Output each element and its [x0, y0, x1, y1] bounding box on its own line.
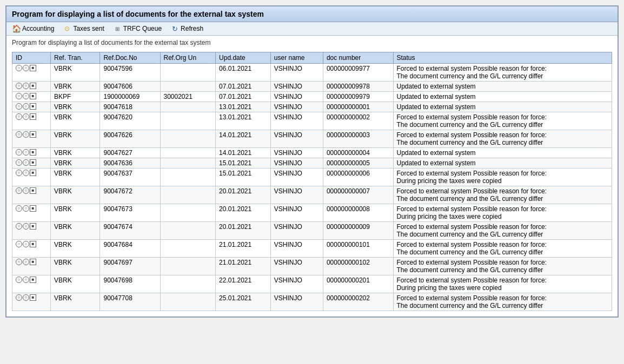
- title-bar: Program for displaying a list of documen…: [6, 6, 618, 22]
- circle-icon2[interactable]: ○: [23, 83, 29, 89]
- circle-icon2[interactable]: ○: [23, 149, 29, 156]
- square-icon[interactable]: ■: [30, 223, 36, 230]
- table-row[interactable]: ○○■VBRK9004767420.01.2021VSHINJO00000000…: [12, 222, 612, 240]
- cell-status: Updated to external system: [393, 102, 612, 112]
- circle-icon1[interactable]: ○: [16, 149, 22, 156]
- circle-icon2[interactable]: ○: [23, 205, 29, 212]
- circle-icon2[interactable]: ○: [23, 93, 29, 99]
- circle-icon2[interactable]: ○: [23, 113, 29, 120]
- circle-icon2[interactable]: ○: [23, 187, 29, 194]
- cell-upd-date: 14.01.2021: [216, 130, 271, 148]
- square-icon[interactable]: ■: [30, 113, 36, 120]
- cell-ref-doc-no: 90047708: [100, 293, 160, 311]
- square-icon[interactable]: ■: [30, 131, 36, 138]
- square-icon[interactable]: ■: [30, 103, 36, 110]
- table-row[interactable]: ○○■VBRK9004769721.01.2021VSHINJO00000000…: [12, 258, 612, 275]
- documents-table: ID Ref. Tran. Ref.Doc.No Ref.Org Un Upd.…: [12, 52, 612, 311]
- cell-ref-tran: VBRK: [51, 222, 100, 240]
- cell-ref-doc-no: 90047698: [100, 275, 160, 293]
- cell-ref-org-un: [160, 293, 216, 311]
- circle-icon2[interactable]: ○: [23, 294, 29, 301]
- cell-ref-org-un: [160, 168, 216, 186]
- circle-icon2[interactable]: ○: [23, 223, 29, 230]
- cell-ref-tran: VBRK: [51, 258, 100, 275]
- cell-status: Forced to external system Possible reaso…: [393, 186, 612, 204]
- table-row[interactable]: ○○■VBRK9004762714.01.2021VSHINJO00000000…: [12, 148, 612, 158]
- circle-icon1[interactable]: ○: [16, 187, 22, 194]
- cell-upd-date: 14.01.2021: [216, 148, 271, 158]
- circle-icon2[interactable]: ○: [23, 259, 29, 265]
- cell-upd-date: 21.01.2021: [216, 240, 271, 258]
- table-row[interactable]: ○○■VBRK9004761813.01.2021VSHINJO00000000…: [12, 102, 612, 112]
- cell-upd-date: 15.01.2021: [216, 168, 271, 186]
- cell-ref-doc-no: 90047684: [100, 240, 160, 258]
- circle-icon1[interactable]: ○: [16, 113, 22, 120]
- table-row[interactable]: ○○■VBRK9004768421.01.2021VSHINJO00000000…: [12, 240, 612, 258]
- table-row[interactable]: ○○■VBRK9004763615.01.2021VSHINJO00000000…: [12, 158, 612, 168]
- circle-icon1[interactable]: ○: [16, 170, 22, 176]
- cell-status: Updated to external system: [393, 148, 612, 158]
- square-icon[interactable]: ■: [30, 170, 36, 176]
- circle-icon2[interactable]: ○: [23, 131, 29, 138]
- circle-icon2[interactable]: ○: [23, 170, 29, 176]
- square-icon[interactable]: ■: [30, 205, 36, 212]
- table-row[interactable]: ○○■VBRK9004762614.01.2021VSHINJO00000000…: [12, 130, 612, 148]
- table-row[interactable]: ○○■VBRK9004767220.01.2021VSHINJO00000000…: [12, 186, 612, 204]
- circle-icon2[interactable]: ○: [23, 65, 29, 71]
- circle-icon1[interactable]: ○: [16, 205, 22, 212]
- circle-icon2[interactable]: ○: [23, 277, 29, 283]
- square-icon[interactable]: ■: [30, 93, 36, 99]
- cell-status: Forced to external system Possible reaso…: [393, 204, 612, 222]
- table-row[interactable]: ○○■VBRK9004770825.01.2021VSHINJO00000000…: [12, 293, 612, 311]
- table-row[interactable]: ○○■VBRK9004767320.01.2021VSHINJO00000000…: [12, 204, 612, 222]
- circle-icon1[interactable]: ○: [16, 223, 22, 230]
- cell-ref-doc-no: 1900000069: [100, 92, 160, 102]
- refresh-button[interactable]: ↻ Refresh: [170, 24, 203, 33]
- square-icon[interactable]: ■: [30, 259, 36, 265]
- circle-icon2[interactable]: ○: [23, 241, 29, 247]
- circle-icon1[interactable]: ○: [16, 93, 22, 99]
- cell-user-name: VSHINJO: [270, 130, 323, 148]
- cell-ref-org-un: [160, 112, 216, 130]
- circle-icon1[interactable]: ○: [16, 259, 22, 265]
- cell-doc-number: 000000000008: [323, 204, 393, 222]
- cell-doc-number: 000000000009: [323, 222, 393, 240]
- cell-user-name: VSHINJO: [270, 258, 323, 275]
- trfc-label: TRFC Queue: [123, 25, 162, 32]
- circle-icon1[interactable]: ○: [16, 65, 22, 71]
- square-icon[interactable]: ■: [30, 83, 36, 89]
- cell-upd-date: 20.01.2021: [216, 186, 271, 204]
- cell-user-name: VSHINJO: [270, 148, 323, 158]
- square-icon[interactable]: ■: [30, 65, 36, 71]
- circle-icon2[interactable]: ○: [23, 103, 29, 110]
- circle-icon1[interactable]: ○: [16, 294, 22, 301]
- square-icon[interactable]: ■: [30, 241, 36, 247]
- cell-ref-org-un: [160, 158, 216, 168]
- taxes-sent-button[interactable]: ⊙ Taxes sent: [63, 24, 104, 33]
- circle-icon2[interactable]: ○: [23, 159, 29, 166]
- square-icon[interactable]: ■: [30, 277, 36, 283]
- circle-icon1[interactable]: ○: [16, 103, 22, 110]
- col-user-name: user name: [270, 52, 323, 64]
- table-row[interactable]: ○○■VBRK9004759606.01.2021VSHINJO00000000…: [12, 64, 612, 82]
- circle-icon1[interactable]: ○: [16, 241, 22, 247]
- cell-ref-doc-no: 90047596: [100, 64, 160, 82]
- table-row[interactable]: ○○■VBRK9004763715.01.2021VSHINJO00000000…: [12, 168, 612, 186]
- square-icon[interactable]: ■: [30, 187, 36, 194]
- circle-icon1[interactable]: ○: [16, 277, 22, 283]
- square-icon[interactable]: ■: [30, 149, 36, 156]
- square-icon[interactable]: ■: [30, 159, 36, 166]
- accounting-button[interactable]: 🏠 Accounting: [12, 24, 54, 33]
- table-row[interactable]: ○○■BKPF19000000693000202107.01.2021VSHIN…: [12, 92, 612, 102]
- square-icon[interactable]: ■: [30, 294, 36, 301]
- circle-icon1[interactable]: ○: [16, 83, 22, 89]
- table-row[interactable]: ○○■VBRK9004760607.01.2021VSHINJO00000000…: [12, 82, 612, 92]
- table-row[interactable]: ○○■VBRK9004769822.01.2021VSHINJO00000000…: [12, 275, 612, 293]
- cell-id: ○○■: [12, 82, 51, 92]
- cell-user-name: VSHINJO: [270, 92, 323, 102]
- cell-ref-org-un: [160, 186, 216, 204]
- circle-icon1[interactable]: ○: [16, 159, 22, 166]
- trfc-queue-button[interactable]: ⊞ TRFC Queue: [113, 24, 162, 33]
- circle-icon1[interactable]: ○: [16, 131, 22, 138]
- table-row[interactable]: ○○■VBRK9004762013.01.2021VSHINJO00000000…: [12, 112, 612, 130]
